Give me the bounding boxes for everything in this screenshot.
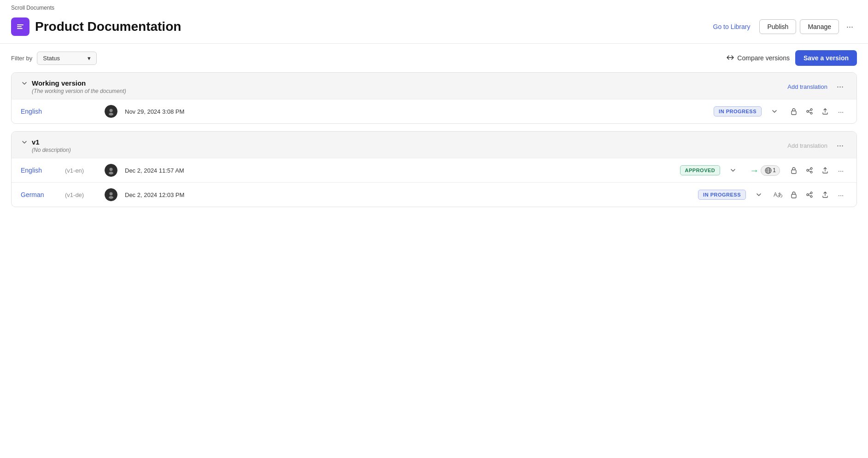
working-version-title: Working version xyxy=(32,79,86,87)
svg-point-18 xyxy=(807,169,809,171)
language-link[interactable]: English xyxy=(21,167,58,174)
svg-point-6 xyxy=(109,113,113,116)
globe-badge[interactable]: 1 xyxy=(761,165,780,176)
working-version-section: Working version (The working version of … xyxy=(11,72,857,124)
row-chevron-icon[interactable] xyxy=(769,106,780,117)
go-to-library-button[interactable]: Go to Library xyxy=(708,20,756,33)
globe-annotation: → 1 xyxy=(750,165,780,176)
svg-point-22 xyxy=(109,196,113,199)
row-date: Dec 2, 2024 12:03 PM xyxy=(125,191,691,198)
status-badge: APPROVED xyxy=(680,165,721,175)
v1-more-button[interactable]: ··· xyxy=(833,139,847,152)
lock-icon[interactable] xyxy=(787,105,800,118)
share-icon[interactable] xyxy=(803,105,816,118)
v1-collapse-icon[interactable] xyxy=(21,139,28,146)
row-more-icon[interactable]: ··· xyxy=(834,164,847,177)
row-date: Nov 29, 2024 3:08 PM xyxy=(125,108,706,115)
working-version-more-button[interactable]: ··· xyxy=(833,80,847,93)
avatar xyxy=(105,188,117,201)
header: Product Documentation Go to Library Publ… xyxy=(0,13,868,44)
row-date: Dec 2, 2024 11:57 AM xyxy=(125,167,673,174)
row-actions: ··· xyxy=(787,105,847,118)
lock-icon[interactable] xyxy=(787,188,800,201)
v1-header-left: v1 (No description) xyxy=(21,138,71,153)
row-actions: ··· xyxy=(787,164,847,177)
lock-icon[interactable] xyxy=(787,164,800,177)
filter-bar: Filter by Status ▾ Compare versions Save… xyxy=(0,44,868,72)
svg-rect-2 xyxy=(17,26,22,27)
language-link[interactable]: German xyxy=(21,191,58,198)
svg-rect-7 xyxy=(792,111,796,115)
svg-point-26 xyxy=(807,194,809,196)
language-link[interactable]: English xyxy=(21,108,58,115)
v1-desc: (No description) xyxy=(21,147,71,153)
v1-body: English (v1-en) Dec 2, 2024 11:57 AM APP… xyxy=(12,158,856,207)
compare-versions-button[interactable]: Compare versions xyxy=(726,53,790,63)
table-row: German (v1-de) Dec 2, 2024 12:03 PM IN P… xyxy=(12,182,856,207)
status-badge: IN PROGRESS xyxy=(714,106,762,116)
row-chevron-icon[interactable] xyxy=(753,189,764,200)
svg-rect-24 xyxy=(792,194,796,198)
row-chevron-icon[interactable] xyxy=(727,165,739,176)
v1-title: v1 xyxy=(32,138,40,146)
v1-section-wrapper: v1 (No description) Add translation ··· … xyxy=(0,131,868,207)
svg-rect-16 xyxy=(792,170,796,174)
header-actions: Go to Library Publish Manage ··· xyxy=(708,19,857,34)
svg-text:Aあ: Aあ xyxy=(774,191,783,198)
svg-point-12 xyxy=(110,168,113,171)
page-title: Product Documentation xyxy=(35,19,181,34)
status-badge: IN PROGRESS xyxy=(698,190,746,200)
svg-point-9 xyxy=(807,110,809,112)
filter-left: Filter by Status ▾ xyxy=(11,52,97,65)
arrow-annotation: → xyxy=(750,165,759,176)
svg-rect-3 xyxy=(17,28,23,29)
row-more-icon[interactable]: ··· xyxy=(834,105,847,118)
svg-point-21 xyxy=(110,192,113,196)
row-more-icon[interactable]: ··· xyxy=(834,188,847,201)
filter-by-label: Filter by xyxy=(11,55,32,62)
save-version-button[interactable]: Save a version xyxy=(795,50,857,66)
avatar xyxy=(105,164,117,177)
chevron-down-icon: ▾ xyxy=(88,55,91,62)
working-version-collapse-icon[interactable] xyxy=(21,80,28,87)
working-version-header-left: Working version (The working version of … xyxy=(21,79,126,94)
manage-button[interactable]: Manage xyxy=(800,19,839,34)
table-row: English (v1-en) Dec 2, 2024 11:57 AM APP… xyxy=(12,158,856,182)
publish-button[interactable]: Publish xyxy=(759,19,796,34)
v1-header: v1 (No description) Add translation ··· xyxy=(12,132,856,158)
v1-section: v1 (No description) Add translation ··· … xyxy=(11,131,857,207)
lang-code: (v1-en) xyxy=(65,167,97,174)
row-actions: Aあ xyxy=(772,188,847,201)
v1-header-right: Add translation ··· xyxy=(787,139,847,152)
breadcrumb: Scroll Documents xyxy=(0,0,868,13)
status-filter-dropdown[interactable]: Status ▾ xyxy=(37,52,97,65)
svg-point-5 xyxy=(110,109,113,112)
export-icon[interactable] xyxy=(819,188,832,201)
header-left: Product Documentation xyxy=(11,17,181,36)
export-icon[interactable] xyxy=(819,105,832,118)
v1-add-translation-button[interactable]: Add translation xyxy=(787,142,827,149)
app-icon xyxy=(11,17,29,36)
working-version-body: English Nov 29, 2024 3:08 PM IN PROGRESS xyxy=(12,99,856,123)
export-icon[interactable] xyxy=(819,164,832,177)
lang-code: (v1-de) xyxy=(65,191,97,198)
translate-icon[interactable]: Aあ xyxy=(772,188,785,201)
avatar xyxy=(105,105,117,118)
globe-count: 1 xyxy=(773,167,776,174)
svg-point-13 xyxy=(109,172,113,174)
share-icon[interactable] xyxy=(803,164,816,177)
share-icon[interactable] xyxy=(803,188,816,201)
svg-rect-1 xyxy=(17,24,23,25)
compare-icon xyxy=(726,53,734,63)
status-filter-label: Status xyxy=(43,55,60,62)
header-more-button[interactable]: ··· xyxy=(843,20,857,34)
working-version-header-right: Add translation ··· xyxy=(787,80,847,93)
table-row: English Nov 29, 2024 3:08 PM IN PROGRESS xyxy=(12,99,856,123)
working-version-desc: (The working version of the document) xyxy=(21,88,126,94)
working-version-add-translation-button[interactable]: Add translation xyxy=(787,83,827,90)
working-version-header: Working version (The working version of … xyxy=(12,73,856,99)
filter-right: Compare versions Save a version xyxy=(726,50,857,66)
